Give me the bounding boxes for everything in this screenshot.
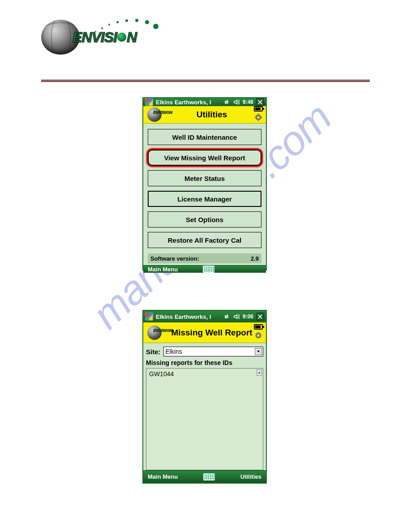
window-title: Elkins Earthworks, l [156, 313, 211, 320]
set-options-button[interactable]: Set Options [148, 211, 261, 227]
clock: 9:46 [243, 99, 253, 105]
page-title: Utilities [170, 110, 253, 119]
brand-text-right: N [127, 29, 137, 46]
window-title: Elkins Earthworks, l [156, 99, 211, 106]
chevron-down-icon [255, 348, 262, 355]
gear-icon[interactable] [254, 113, 262, 123]
missing-ids-list[interactable]: GW1044 [146, 368, 263, 470]
window-titlebar: Elkins Earthworks, l 9:06 [143, 311, 266, 322]
scroll-up-icon[interactable] [257, 369, 262, 376]
connectivity-icon[interactable] [223, 99, 230, 106]
utilities-body: Well ID Maintenance View Missing Well Re… [143, 124, 266, 265]
battery-icon [254, 106, 263, 112]
bottom-menu: Main Menu [143, 265, 266, 273]
list-item[interactable]: GW1044 [149, 370, 260, 378]
site-row: Site: Elkins [146, 347, 263, 356]
start-icon[interactable] [145, 98, 153, 106]
brand-dot-icon [117, 33, 126, 42]
version-label: Software version: [150, 255, 199, 262]
report-subheading: Missing reports for these IDs [146, 359, 263, 366]
app-header: ENVISION Utilities [143, 106, 266, 124]
main-menu-button[interactable]: Main Menu [148, 266, 178, 273]
connectivity-icon[interactable] [223, 313, 230, 320]
keyboard-icon[interactable] [203, 266, 214, 273]
close-icon[interactable] [256, 313, 264, 321]
keyboard-icon[interactable] [203, 473, 215, 481]
close-icon[interactable] [256, 98, 264, 106]
brand-wordmark: ENVISI N [73, 29, 137, 46]
svg-rect-4 [254, 117, 256, 118]
view-missing-well-report-button[interactable]: View Missing Well Report [148, 150, 261, 166]
start-icon[interactable] [145, 313, 153, 321]
clock: 9:06 [243, 313, 253, 320]
report-body: Site: Elkins Missing reports for these I… [143, 343, 266, 470]
missing-well-report-screenshot: Elkins Earthworks, l 9:06 ENVISION Missi… [142, 310, 267, 484]
svg-rect-3 [258, 120, 259, 121]
svg-rect-2 [258, 113, 259, 115]
app-header: ENVISION Missing Well Report [143, 322, 266, 343]
version-row: Software version: 2.9 [148, 253, 261, 263]
main-menu-button[interactable]: Main Menu [148, 473, 178, 480]
site-value: Elkins [166, 348, 182, 355]
page-title: Missing Well Report [170, 328, 253, 337]
svg-rect-5 [261, 117, 262, 118]
svg-point-7 [257, 334, 259, 336]
bottom-menu: Main Menu Utilities [143, 470, 266, 483]
svg-point-1 [257, 116, 259, 118]
meter-status-button[interactable]: Meter Status [148, 170, 261, 186]
site-select[interactable]: Elkins [163, 347, 263, 356]
app-logo-icon: ENVISION [146, 106, 167, 123]
brand-text-left: ENVISI [73, 29, 117, 46]
restore-factory-cal-button[interactable]: Restore All Factory Cal [148, 232, 261, 248]
battery-icon [254, 324, 263, 330]
gear-icon[interactable] [254, 331, 262, 341]
volume-icon[interactable] [233, 313, 240, 320]
utilities-screenshot: Elkins Earthworks, l 9:46 ENVISION Utili… [142, 97, 267, 270]
well-id-maintenance-button[interactable]: Well ID Maintenance [148, 129, 261, 145]
version-value: 2.9 [251, 255, 259, 262]
brand-header: ENVISI N [41, 20, 137, 55]
app-logo-icon: ENVISION [146, 324, 167, 341]
license-manager-button[interactable]: License Manager [148, 191, 261, 207]
volume-icon[interactable] [233, 99, 240, 106]
utilities-button[interactable]: Utilities [240, 473, 261, 480]
header-divider [41, 80, 370, 82]
window-titlebar: Elkins Earthworks, l 9:46 [143, 98, 266, 106]
site-label: Site: [146, 348, 161, 356]
